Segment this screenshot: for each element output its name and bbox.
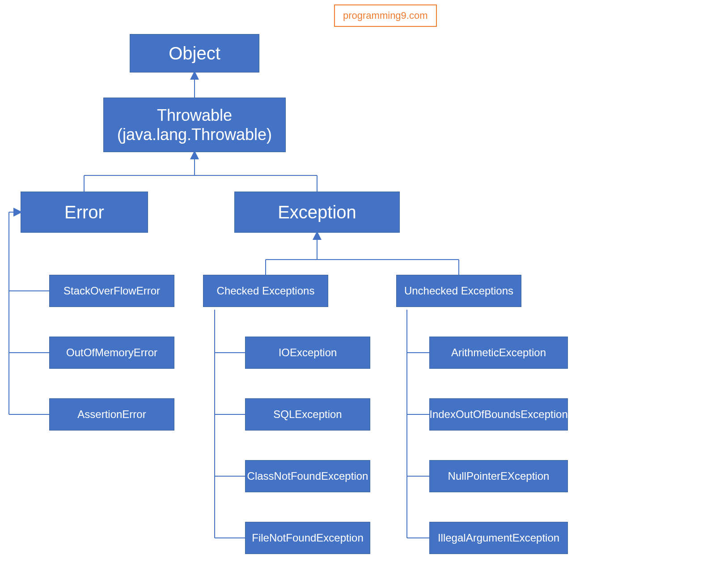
node-illegalarg: IllegalArgumentException — [429, 522, 568, 554]
node-throwable: Throwable (java.lang.Throwable) — [103, 98, 286, 152]
node-exception: Exception — [234, 192, 400, 233]
node-filenotfound: FileNotFoundException — [245, 522, 370, 554]
node-unchecked: Unchecked Exceptions — [396, 275, 521, 307]
node-object: Object — [130, 34, 259, 72]
node-error: Error — [21, 192, 148, 233]
watermark-label: programming9.com — [334, 4, 437, 27]
node-stackoverflow: StackOverFlowError — [49, 275, 174, 307]
node-ioexception: IOException — [245, 337, 370, 369]
node-outofmemory: OutOfMemoryError — [49, 337, 174, 369]
node-sqlexception: SQLException — [245, 398, 370, 431]
node-assertion: AssertionError — [49, 398, 174, 431]
node-throwable-line1: Throwable — [157, 106, 232, 125]
node-nullpointer: NullPointerEXception — [429, 460, 568, 492]
node-classnotfound: ClassNotFoundException — [245, 460, 370, 492]
node-checked: Checked Exceptions — [203, 275, 328, 307]
node-throwable-line2: (java.lang.Throwable) — [117, 125, 272, 144]
node-arithmetic: ArithmeticException — [429, 337, 568, 369]
node-indexoob: IndexOutOfBoundsException — [429, 398, 568, 431]
